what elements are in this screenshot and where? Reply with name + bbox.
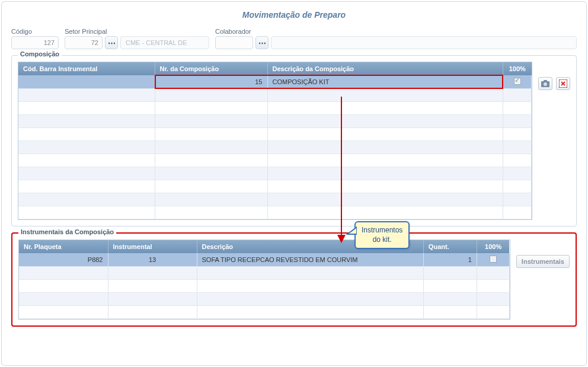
grid-instrumentais: Nr. Plaqueta Instrumental Descrição Quan…: [18, 240, 510, 320]
input-setor[interactable]: [65, 36, 103, 49]
cell-pct2: [477, 253, 509, 267]
svg-marker-4: [347, 227, 357, 234]
annotation-arrow-line: [341, 97, 342, 236]
cell-nr-plaqueta: P882: [19, 253, 108, 267]
callout-line2: do kit.: [362, 235, 402, 245]
label-setor: Setor Principal: [65, 28, 209, 35]
table-row[interactable]: [19, 280, 509, 293]
page-title: Movimentação de Preparo: [11, 10, 577, 20]
label-colaborador: Colaborador: [215, 28, 577, 35]
table-row[interactable]: [18, 206, 532, 219]
cell-desc-comp: COMPOSIÇÃO KIT: [273, 78, 330, 85]
callout-line1: Instrumentos: [362, 226, 402, 235]
field-setor: Setor Principal ⋯ CME - CENTRAL DE: [65, 28, 209, 49]
label-codigo: Código: [11, 28, 59, 35]
table-row[interactable]: [19, 267, 509, 280]
cell-pct: [503, 75, 532, 89]
th-nr-plaqueta: Nr. Plaqueta: [19, 240, 108, 253]
legend-composicao: Composição: [18, 50, 62, 58]
input-colaborador[interactable]: [215, 36, 253, 49]
lookup-setor-button[interactable]: ⋯: [105, 36, 118, 49]
ellipsis-icon: ⋯: [258, 39, 266, 47]
composicao-side-actions: [538, 62, 570, 90]
th-cod-barra: Cód. Barra Instrumental: [18, 62, 155, 75]
lookup-colaborador-button[interactable]: ⋯: [255, 36, 269, 49]
grid-composicao-header: Cód. Barra Instrumental Nr. da Composiçã…: [18, 62, 532, 75]
table-row[interactable]: [18, 154, 532, 167]
fieldset-instrumentais: Instrumentais da Composição Nr. Plaqueta…: [11, 232, 577, 327]
th-quant: Quant.: [423, 240, 477, 253]
annotation-callout: Instrumentos do kit.: [354, 221, 410, 249]
setor-description: CME - CENTRAL DE: [120, 36, 209, 49]
grid-composicao: Cód. Barra Instrumental Nr. da Composiçã…: [18, 62, 532, 220]
th-desc-comp: Descrição da Composição: [267, 62, 503, 75]
legend-instrumentais: Instrumentais da Composição: [18, 228, 116, 235]
delete-button[interactable]: [556, 77, 570, 90]
table-row[interactable]: [18, 193, 532, 206]
cell-cod-barra: [18, 75, 155, 89]
table-row[interactable]: 15 COMPOSIÇÃO KIT: [18, 75, 532, 89]
table-row[interactable]: [18, 102, 532, 115]
table-row[interactable]: P882 13 SOFA TIPO RECEPCAO REVESTIDO EM …: [19, 253, 509, 267]
field-colaborador: Colaborador ⋯: [215, 28, 577, 49]
delete-x-icon: [559, 79, 567, 88]
main-panel: Movimentação de Preparo Código Setor Pri…: [1, 1, 587, 366]
table-row[interactable]: [19, 293, 509, 306]
field-codigo: Código: [11, 28, 59, 49]
svg-point-2: [544, 82, 547, 86]
th-pct: 100%: [503, 62, 532, 75]
input-codigo[interactable]: [11, 36, 59, 49]
th-pct2: 100%: [477, 240, 509, 253]
table-row[interactable]: [18, 180, 532, 193]
table-row[interactable]: [18, 128, 532, 141]
photo-button[interactable]: [538, 77, 552, 90]
table-row[interactable]: [18, 89, 532, 102]
instrumentais-side-actions: Instrumentais: [516, 240, 570, 268]
instrumentais-button[interactable]: Instrumentais: [516, 255, 570, 268]
table-row[interactable]: [18, 167, 532, 180]
checkbox-icon: [490, 256, 497, 263]
th-nr-comp: Nr. da Composição: [155, 62, 267, 75]
table-row[interactable]: [19, 306, 509, 319]
annotation-arrow-head-icon: [337, 235, 346, 243]
fieldset-composicao: Composição Cód. Barra Instrumental Nr. d…: [11, 55, 577, 226]
cell-nr-comp: 15: [255, 78, 262, 85]
camera-icon: [541, 79, 550, 88]
th-instrumental: Instrumental: [108, 240, 197, 253]
cell-quant: 1: [423, 253, 477, 267]
ellipsis-icon: ⋯: [108, 39, 116, 47]
checkbox-icon: [514, 78, 521, 85]
cell-instrumental: 13: [108, 253, 197, 267]
cell-descricao: SOFA TIPO RECEPCAO REVESTIDO EM COURVIM: [197, 253, 423, 267]
callout-tail-icon: [346, 226, 357, 235]
svg-rect-1: [544, 80, 547, 82]
table-row[interactable]: [18, 141, 532, 154]
form-row: Código Setor Principal ⋯ CME - CENTRAL D…: [11, 28, 577, 49]
colaborador-description: [271, 36, 577, 49]
table-row[interactable]: [18, 115, 532, 128]
grid-instrumentais-header: Nr. Plaqueta Instrumental Descrição Quan…: [19, 240, 509, 253]
